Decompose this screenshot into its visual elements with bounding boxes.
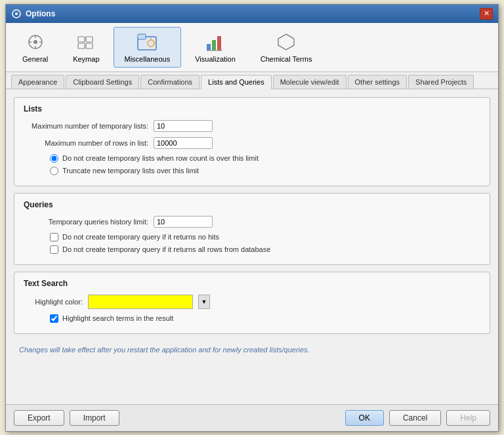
svg-rect-13 — [138, 34, 146, 39]
general-icon — [25, 31, 46, 52]
footer-left: Export Import — [14, 410, 119, 426]
checkbox-all-rows-row: Do not create temporary query if it retu… — [50, 245, 480, 254]
svg-rect-8 — [78, 37, 85, 42]
keymap-icon — [75, 31, 96, 52]
toolbar-misc-label: Miscellaneous — [125, 55, 171, 63]
toolbar-btn-keymap[interactable]: Keymap — [62, 27, 110, 68]
queries-section: Queries Temporary queries history limit:… — [14, 193, 490, 265]
checkbox-all-rows-label: Do not create temporary query if it retu… — [62, 245, 270, 253]
svg-rect-19 — [217, 36, 221, 51]
toolbar-viz-label: Visualization — [195, 55, 236, 63]
options-icon — [11, 9, 22, 19]
checkbox-no-hits[interactable] — [50, 233, 58, 241]
radio-no-create-label: Do not create temporary lists when row c… — [62, 154, 259, 162]
radio-truncate[interactable] — [50, 167, 58, 175]
history-limit-label: Temporary queries history limit: — [24, 218, 148, 226]
help-button[interactable]: Help — [446, 410, 490, 426]
lists-title: Lists — [24, 104, 480, 114]
tabs-bar: Appearance Clipboard Settings Confirmati… — [6, 72, 498, 89]
toolbar-chem-label: Chemical Terms — [261, 55, 312, 63]
checkbox-all-rows[interactable] — [50, 245, 58, 254]
tab-appearance[interactable]: Appearance — [11, 75, 64, 89]
radio-no-create[interactable] — [50, 154, 58, 163]
tab-clipboard[interactable]: Clipboard Settings — [66, 75, 139, 89]
color-dropdown-arrow[interactable]: ▼ — [198, 295, 210, 309]
highlight-color-label: Highlight color: — [24, 298, 83, 306]
max-temp-lists-label: Maximum number of temporary lists: — [24, 122, 148, 130]
svg-point-3 — [33, 40, 37, 44]
history-limit-row: Temporary queries history limit: — [24, 216, 480, 228]
highlight-color-row: Highlight color: ▼ — [24, 295, 480, 309]
chemical-terms-icon — [276, 31, 297, 52]
lists-section: Lists Maximum number of temporary lists:… — [14, 97, 490, 186]
toolbar-general-label: General — [22, 55, 48, 63]
tab-other-settings[interactable]: Other settings — [348, 75, 407, 89]
radio-truncate-label: Truncate new temporary lists over this l… — [62, 167, 199, 175]
svg-rect-9 — [86, 37, 93, 42]
svg-rect-17 — [207, 44, 211, 51]
highlight-terms-label: Highlight search terms in the result — [62, 314, 173, 322]
miscellaneous-icon — [136, 31, 158, 52]
text-search-section: Text Search Highlight color: ▼ Highlight… — [14, 272, 490, 334]
history-limit-input[interactable] — [154, 216, 213, 228]
max-rows-label: Maximum number of rows in list: — [24, 139, 148, 147]
options-window: Options ✕ General — [5, 4, 499, 432]
toolbar-keymap-label: Keymap — [73, 55, 99, 63]
svg-point-1 — [15, 12, 18, 15]
radio-truncate-row: Truncate new temporary lists over this l… — [50, 167, 480, 175]
checkbox-highlight-terms[interactable] — [50, 314, 58, 323]
max-rows-row: Maximum number of rows in list: — [24, 137, 480, 149]
radio-no-create-row: Do not create temporary lists when row c… — [50, 154, 480, 163]
ok-button[interactable]: OK — [345, 410, 384, 426]
svg-rect-10 — [78, 43, 85, 49]
toolbar-btn-general[interactable]: General — [11, 27, 59, 68]
footer: Export Import OK Cancel Help — [6, 404, 498, 431]
title-bar-left: Options — [11, 9, 55, 19]
note-text: Changes will take effect after you resta… — [14, 341, 490, 359]
cancel-button[interactable]: Cancel — [389, 410, 441, 426]
title-bar: Options ✕ — [6, 5, 498, 23]
tab-shared-projects[interactable]: Shared Projects — [408, 75, 474, 89]
svg-rect-18 — [212, 40, 216, 51]
visualization-icon — [205, 31, 226, 52]
max-temp-lists-row: Maximum number of temporary lists: — [24, 120, 480, 132]
toolbar: General Keymap — [6, 23, 498, 72]
import-button[interactable]: Import — [70, 410, 119, 426]
checkbox-no-hits-row: Do not create temporary query if it retu… — [50, 233, 480, 241]
tab-molecule-view[interactable]: Molecule view/edit — [273, 75, 346, 89]
queries-title: Queries — [24, 200, 480, 209]
close-button[interactable]: ✕ — [480, 8, 493, 20]
svg-rect-11 — [86, 43, 93, 49]
text-search-title: Text Search — [24, 279, 480, 288]
content-area: Lists Maximum number of temporary lists:… — [6, 89, 498, 404]
svg-point-14 — [148, 40, 154, 47]
max-temp-lists-input[interactable] — [154, 120, 213, 132]
footer-right: OK Cancel Help — [345, 410, 490, 426]
toolbar-btn-miscellaneous[interactable]: Miscellaneous — [114, 27, 182, 68]
highlight-terms-row: Highlight search terms in the result — [50, 314, 480, 323]
svg-marker-21 — [278, 34, 294, 50]
max-rows-input[interactable] — [154, 137, 213, 149]
color-swatch[interactable] — [88, 295, 193, 309]
toolbar-btn-chemical-terms[interactable]: Chemical Terms — [249, 27, 324, 68]
checkbox-no-hits-label: Do not create temporary query if it retu… — [62, 233, 219, 241]
window-title: Options — [26, 9, 55, 18]
toolbar-btn-visualization[interactable]: Visualization — [184, 27, 247, 68]
tab-confirmations[interactable]: Confirmations — [140, 75, 200, 89]
tab-lists-queries[interactable]: Lists and Queries — [201, 75, 272, 89]
export-button[interactable]: Export — [14, 410, 64, 426]
